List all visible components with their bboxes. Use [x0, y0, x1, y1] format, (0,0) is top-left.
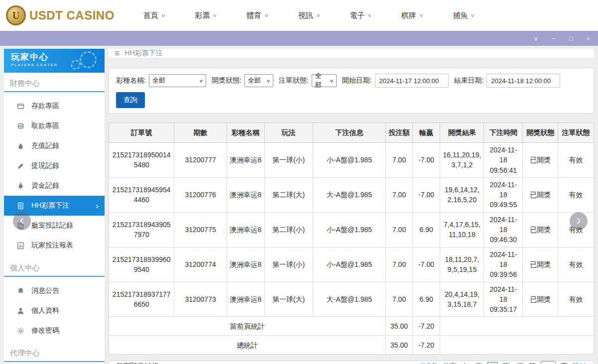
sidebar-item-funds-record[interactable]: 資金記錄 — [4, 176, 105, 196]
logo-text: USDT CASINO — [29, 8, 115, 22]
next-arrow-button[interactable]: › — [570, 212, 588, 230]
cell-bet-status: 有效 — [558, 282, 594, 317]
table-row: 2152173189500145480 31200777 澳洲幸运8 第一球(小… — [109, 143, 594, 178]
chevron-down-icon: ∨ — [419, 13, 424, 18]
nav-item-slots[interactable]: 電子∨ — [350, 11, 371, 20]
query-button[interactable]: 查詢 — [116, 92, 145, 108]
draw-status-select[interactable]: 全部 ∨ — [244, 74, 273, 87]
prev-page-link[interactable]: 上一页 — [462, 362, 482, 364]
sidebar-item-cashout-record[interactable]: 提現記錄 — [4, 156, 105, 176]
table-header-row: 訂單號 期數 彩種名稱 玩法 下注信息 投注額 輸贏 開獎結果 下注時間 開獎狀… — [109, 123, 594, 143]
cell-draw-result: 20,4,14,19,3,15,18,7 — [440, 282, 484, 317]
cell-bet-amount: 7.00 — [386, 143, 413, 178]
sidebar-item-label: 取款專區 — [31, 121, 59, 130]
sidebar-item-deposit[interactable]: 存款專區 — [4, 96, 105, 116]
section-title-personal: 個人中心 — [4, 257, 105, 277]
logo[interactable]: U USDT CASINO — [6, 5, 115, 25]
sidebar-item-label: 個人資料 — [31, 306, 59, 315]
page-jump-input[interactable] — [541, 361, 556, 364]
start-date-input[interactable] — [375, 74, 449, 88]
filter-row: 彩種名稱: 全部 ∨ 開獎狀態: 全部 ∨ 注單狀態: 全 — [116, 74, 587, 88]
end-date-input[interactable] — [486, 74, 560, 88]
col-header-draw-result: 開獎結果 — [440, 123, 484, 143]
window-minimize-icon[interactable]: − — [552, 35, 556, 42]
cell-win-loss: 6.90 — [412, 282, 440, 317]
sidebar-item-player-bet-report[interactable]: 玩家投注報表 — [4, 236, 105, 255]
cell-bet-time: 2024-11-18 09:39:56 — [484, 247, 523, 282]
cell-bet-info: 大-A盤@1.985 — [313, 177, 386, 212]
cell-order-no: 2152173189439057970 — [109, 212, 174, 247]
nav-item-fishing[interactable]: 捕魚∨ — [453, 11, 475, 20]
sidebar-item-announcements[interactable]: 消息公告 — [4, 281, 105, 301]
cell-lottery-name: 澳洲幸运8 — [227, 143, 264, 178]
draw-status-filter: 開獎狀態: 全部 ∨ — [212, 74, 273, 87]
cell-bet-amount: 7.00 — [386, 212, 413, 247]
hamburger-icon[interactable]: ≡ — [115, 49, 120, 58]
window-collapse-icon[interactable]: ∨ — [533, 35, 538, 42]
cell-period: 31200775 — [174, 212, 227, 247]
funds-record-icon — [17, 182, 24, 190]
window-close-icon[interactable]: × — [586, 35, 590, 42]
col-header-lottery-name: 彩種名稱 — [227, 123, 264, 143]
lottery-name-filter: 彩種名稱: 全部 ∨ — [116, 74, 206, 87]
cell-order-no: 2152173189371776650 — [109, 282, 174, 317]
prev-arrow-button[interactable]: ‹ — [13, 212, 31, 230]
cell-draw-status: 已開獎 — [523, 177, 558, 212]
window-maximize-icon[interactable]: □ — [569, 35, 573, 42]
chevron-right-icon: › — [96, 202, 99, 210]
cell-bet-status: 有效 — [558, 143, 594, 178]
lottery-name-select[interactable]: 全部 ∨ — [149, 74, 206, 87]
cell-play-type: 第一球(小) — [264, 247, 313, 282]
player-report-icon — [17, 242, 24, 249]
nav-item-lottery[interactable]: 彩票∨ — [195, 11, 217, 20]
cell-play-type: 第一球(大) — [264, 282, 313, 317]
cell-play-type: 第二球(小) — [264, 212, 313, 247]
cell-bet-status: 有效 — [558, 177, 594, 212]
jump-button[interactable]: 跳转 — [573, 362, 587, 364]
nav-item-sports[interactable]: 體育∨ — [246, 11, 268, 20]
bet-status-select[interactable]: 全部 ∨ — [312, 74, 337, 87]
cell-draw-result: 18,11,20,7,9,5,19,15 — [440, 247, 484, 282]
col-header-bet-info: 下注信息 — [313, 123, 386, 143]
next-arrow-icon: › — [577, 214, 581, 227]
summary-row-current-page: 當前頁統計 35.00 -7.20 — [109, 317, 594, 336]
cell-bet-amount: 7.00 — [386, 282, 413, 317]
table-row: 2152173189439057970 31200775 澳洲幸运8 第二球(小… — [109, 212, 594, 247]
summary-row-grand-total: 總統計 35.00 -7.20 — [109, 336, 594, 355]
filter-panel: 彩種名稱: 全部 ∨ 開獎狀態: 全部 ∨ 注單狀態: 全 — [109, 68, 594, 114]
cell-draw-status: 已開獎 — [523, 282, 558, 317]
sidebar-item-label: 玩家投注報表 — [31, 241, 73, 250]
summary-win-loss-total: -7.20 — [412, 317, 440, 336]
sidebar-item-change-password[interactable]: 修改密碼 — [4, 321, 105, 341]
cell-draw-status: 已開獎 — [523, 212, 558, 247]
col-header-order-no: 訂單號 — [109, 123, 174, 143]
col-header-win-loss: 輸贏 — [412, 123, 440, 143]
cell-win-loss: -7.00 — [412, 143, 440, 178]
cell-order-no: 2152173189399609540 — [109, 247, 174, 282]
nav-item-home[interactable]: 首頁∨ — [143, 11, 165, 20]
cell-win-loss: 6.90 — [412, 212, 440, 247]
cell-draw-result: 16,11,20,19,3,7,1,2 — [440, 143, 484, 178]
sidebar-item-label: 存款專區 — [31, 102, 59, 111]
sidebar-item-withdraw[interactable]: 取款專區 — [4, 116, 105, 136]
cell-bet-time: 2024-11-18 09:35:17 — [484, 282, 523, 317]
sidebar-item-recharge-record[interactable]: 充值記錄 — [4, 136, 105, 156]
jump-label-pre: 第 — [529, 362, 536, 364]
col-header-draw-status: 開獎狀態 — [523, 123, 558, 143]
cell-period: 31200777 — [174, 143, 227, 178]
col-header-play-type: 玩法 — [264, 123, 313, 143]
chevron-down-icon: ∨ — [199, 79, 203, 83]
end-date-filter: 結束日期: — [454, 74, 561, 88]
chevron-down-icon: ∨ — [367, 13, 372, 18]
first-page-link[interactable]: 首页 — [443, 362, 457, 364]
col-header-period: 期數 — [174, 123, 227, 143]
bet-table: 訂單號 期數 彩種名稱 玩法 下注信息 投注額 輸贏 開獎結果 下注時間 開獎狀… — [109, 122, 594, 355]
nav-item-boardgames[interactable]: 棋牌∨ — [401, 11, 423, 20]
cell-play-type: 第二球(大) — [264, 177, 313, 212]
withdraw-icon — [17, 122, 24, 130]
sidebar-item-profile[interactable]: 個人資料 — [4, 301, 105, 321]
deposit-icon — [17, 103, 24, 110]
next-page-link[interactable]: 下一页 — [503, 362, 524, 364]
chevron-down-icon: ∨ — [316, 13, 321, 18]
nav-item-live[interactable]: 視訊∨ — [298, 11, 320, 20]
